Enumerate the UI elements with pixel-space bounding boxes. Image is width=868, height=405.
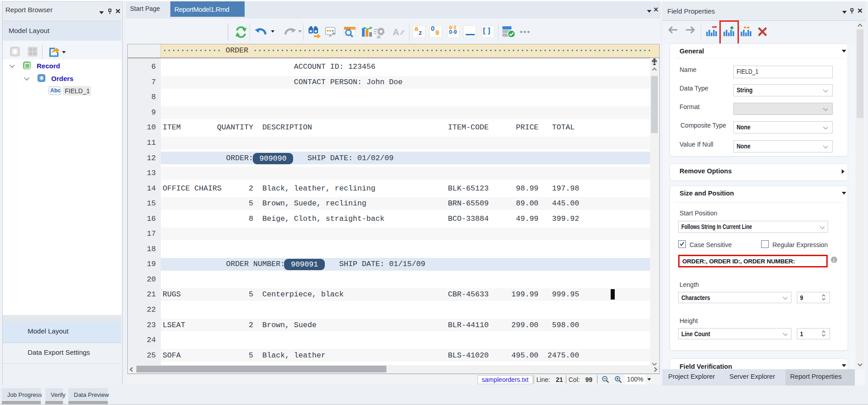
svg-text:A: A <box>393 27 399 37</box>
